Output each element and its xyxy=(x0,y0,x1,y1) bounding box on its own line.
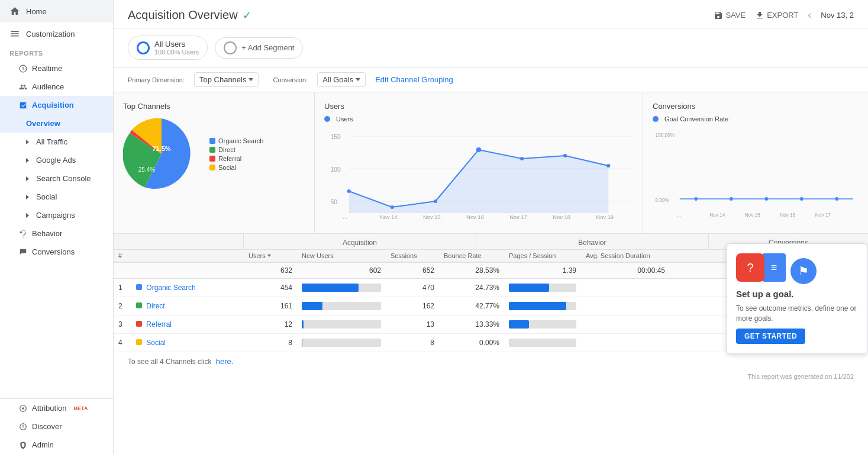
row3-pages-bar-fill xyxy=(509,320,529,329)
totals-users: 632 xyxy=(244,263,297,278)
header-expand-icon[interactable]: ‹ xyxy=(808,9,811,21)
sidebar-item-social[interactable]: Social xyxy=(0,188,113,206)
svg-text:Nov 15: Nov 15 xyxy=(423,214,441,220)
home-icon xyxy=(9,6,20,17)
header-left: Acquisition Overview ✓ xyxy=(128,8,251,22)
date-display: Nov 13, 2 xyxy=(821,11,854,20)
svg-text:100.00%: 100.00% xyxy=(656,132,675,138)
users-col-header[interactable]: Users xyxy=(244,250,297,262)
sidebar-discover-label: Discover xyxy=(32,422,62,431)
top-channels-value: Top Channels xyxy=(199,75,247,84)
svg-point-13 xyxy=(520,157,524,160)
sidebar-item-home[interactable]: Home xyxy=(0,0,113,22)
edit-channel-grouping-link[interactable]: Edit Channel Grouping xyxy=(375,75,453,84)
note-text: To see all 4 Channels click xyxy=(128,358,211,366)
sidebar-item-overview[interactable]: Overview xyxy=(0,114,113,133)
all-goals-dropdown[interactable]: All Goals xyxy=(317,72,366,87)
all-users-segment[interactable]: All Users 100.00% Users xyxy=(128,36,208,60)
row3-channel-link[interactable]: Referral xyxy=(146,320,172,329)
add-segment-btn[interactable]: + Add Segment xyxy=(215,37,303,59)
chevron-traffic-icon xyxy=(26,140,29,144)
save-label: SAVE xyxy=(725,11,746,20)
pie-center-label1: 71.5% xyxy=(152,145,170,152)
avg-session-col-header: Avg. Session Duration xyxy=(581,250,670,262)
page-header: Acquisition Overview ✓ SAVE EXPORT ‹ Nov… xyxy=(114,0,868,28)
svg-point-9 xyxy=(347,189,351,193)
totals-new-users: 602 xyxy=(297,263,386,278)
sidebar-google-ads-label: Google Ads xyxy=(36,156,76,165)
sidebar-item-customization[interactable]: Customization xyxy=(0,22,113,45)
all-users-pct: 100.00% Users xyxy=(154,49,199,56)
sidebar-item-google-ads[interactable]: Google Ads xyxy=(0,151,113,169)
sidebar-item-attribution[interactable]: Attribution BETA xyxy=(0,399,113,417)
top-channels-dropdown[interactable]: Top Channels xyxy=(194,72,259,87)
conversions-chart-title: Conversions xyxy=(653,102,859,111)
svg-text:100: 100 xyxy=(330,166,341,173)
chevron-ads-icon xyxy=(26,158,29,163)
legend-direct-label: Direct xyxy=(218,146,235,153)
sidebar-behavior-label: Behavior xyxy=(32,229,62,238)
svg-point-1 xyxy=(22,407,24,410)
svg-text:Nov 14: Nov 14 xyxy=(380,214,398,220)
sidebar-item-audience[interactable]: Audience xyxy=(0,78,113,96)
new-users-col-header: New Users xyxy=(297,250,386,262)
conversions-sidebar-icon xyxy=(19,248,27,256)
here-link[interactable]: here. xyxy=(216,357,234,366)
save-button[interactable]: SAVE xyxy=(714,11,746,20)
row1-pages-bar-fill xyxy=(509,284,549,292)
row3-avg xyxy=(581,320,670,329)
generated-row: This report was generated on 11/202 xyxy=(114,371,868,385)
chevron-campaigns-icon xyxy=(26,213,29,218)
svg-text:Nov 16: Nov 16 xyxy=(466,214,484,220)
sidebar-item-realtime[interactable]: Realtime xyxy=(0,59,113,78)
goal-flag-wrap: ⚑ xyxy=(790,253,817,284)
row4-channel-link[interactable]: Social xyxy=(146,339,166,347)
page-title: Acquisition Overview xyxy=(128,8,238,22)
sidebar-realtime-label: Realtime xyxy=(32,64,62,73)
sidebar-conversions-label: Conversions xyxy=(32,247,75,256)
goal-top-icons: ? ≡ xyxy=(736,253,786,282)
sidebar-item-behavior[interactable]: Behavior xyxy=(0,224,113,243)
chevron-social-icon xyxy=(26,195,29,199)
svg-point-27 xyxy=(730,197,733,201)
row2-new-users-bar xyxy=(297,297,386,315)
row3-channel: Referral xyxy=(131,315,244,333)
row4-color-dot xyxy=(136,339,142,345)
row2-channel-link[interactable]: Direct xyxy=(146,302,164,310)
row4-users-bar-fill xyxy=(302,339,302,347)
sidebar-customization-label: Customization xyxy=(26,30,75,38)
row2-sessions: 162 xyxy=(386,297,439,315)
charts-row: Top Channels 71.5% 25.4% xyxy=(114,92,868,234)
row1-channel-link[interactable]: Organic Search xyxy=(146,284,195,292)
realtime-icon xyxy=(19,65,27,73)
sidebar-item-search-console[interactable]: Search Console xyxy=(0,169,113,188)
row2-users: 161 xyxy=(244,297,297,315)
sidebar-item-conversions[interactable]: Conversions xyxy=(0,243,113,261)
row3-new-users-bar xyxy=(297,315,386,333)
conversions-chart-panel: Conversions Goal Conversion Rate 100.00%… xyxy=(643,92,868,233)
top-channels-title: Top Channels xyxy=(123,102,305,111)
sidebar-item-admin[interactable]: Admin xyxy=(0,436,113,454)
discover-icon xyxy=(19,423,27,431)
row4-channel: Social xyxy=(131,334,244,352)
row3-sessions: 13 xyxy=(386,315,439,333)
sidebar-item-campaigns[interactable]: Campaigns xyxy=(0,206,113,224)
svg-point-14 xyxy=(563,154,567,157)
row4-pages-bar xyxy=(504,334,581,352)
svg-text:...: ... xyxy=(343,214,347,220)
legend-organic-dot xyxy=(209,138,215,144)
row2-channel: Direct xyxy=(131,297,244,315)
get-started-button[interactable]: GET STARTED xyxy=(736,329,805,344)
export-button[interactable]: EXPORT xyxy=(755,11,798,20)
row2-users-bar-fill xyxy=(302,302,322,310)
table-note-row: To see all 4 Channels click here. xyxy=(114,352,868,371)
sidebar-audience-label: Audience xyxy=(32,82,64,91)
sidebar-home-label: Home xyxy=(26,7,47,16)
sidebar-item-discover[interactable]: Discover xyxy=(0,417,113,436)
users-chart-panel: Users Users 150 100 50 xyxy=(315,92,643,233)
sidebar-item-all-traffic[interactable]: All Traffic xyxy=(0,133,113,151)
rank-col-header: # xyxy=(114,250,131,262)
table-section: Acquisition Behavior Conversions # Users… xyxy=(114,234,868,389)
row3-rank: 3 xyxy=(114,315,131,333)
sidebar-item-acquisition[interactable]: Acquisition xyxy=(0,96,113,114)
